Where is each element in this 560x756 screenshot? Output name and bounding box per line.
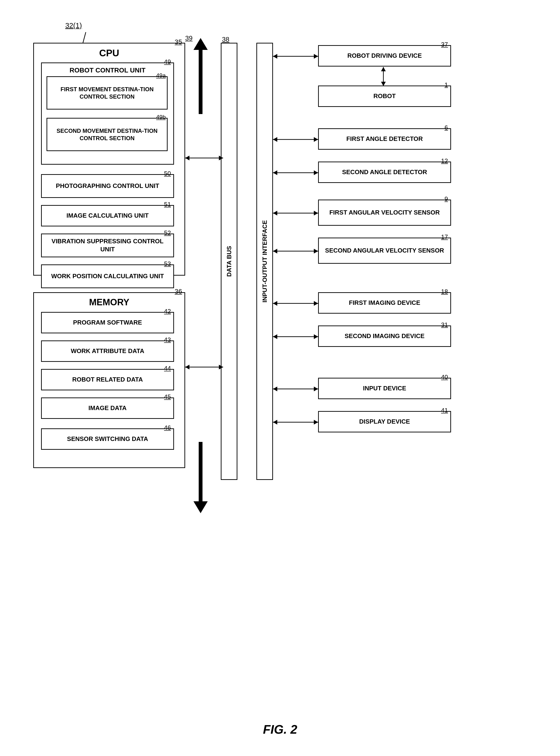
svg-marker-16 — [273, 170, 277, 175]
second-angular-velocity-box: SECOND ANGULAR VELOCITY SENSOR 17 — [318, 238, 451, 264]
svg-marker-2 — [219, 156, 223, 160]
image-calculating-box: IMAGE CALCULATING UNIT 51 — [41, 205, 174, 227]
input-output-label: INPUT-OUTPUT INTERFACE — [261, 220, 268, 303]
figure-label: FIG. 2 — [263, 722, 297, 737]
program-software-box: PROGRAM SOFTWARE 42 — [41, 312, 174, 333]
input-device-box: INPUT DEVICE 40 — [318, 378, 451, 399]
second-angular-velocity-label: SECOND ANGULAR VELOCITY SENSOR — [325, 247, 444, 255]
ref-12: 12 — [441, 157, 448, 165]
svg-marker-10 — [381, 67, 386, 71]
ref-46: 46 — [164, 424, 171, 432]
second-angle-label: SECOND ANGLE DETECTOR — [342, 168, 427, 176]
svg-marker-23 — [314, 249, 318, 253]
ref-17: 17 — [441, 233, 448, 241]
first-angle-label: FIRST ANGLE DETECTOR — [346, 135, 423, 143]
svg-marker-32 — [314, 387, 318, 391]
program-software-label: PROGRAM SOFTWARE — [73, 318, 142, 327]
work-position-label: WORK POSITION CALCULATING UNIT — [51, 272, 164, 280]
ref-50: 50 — [164, 170, 171, 178]
work-attribute-box: WORK ATTRIBUTE DATA 43 — [41, 341, 174, 362]
svg-marker-13 — [273, 137, 277, 142]
first-imaging-arrow — [273, 300, 318, 307]
ref-36: 36 — [175, 288, 182, 295]
robot-related-label: ROBOT RELATED DATA — [72, 375, 143, 384]
svg-marker-17 — [314, 170, 318, 175]
svg-marker-11 — [381, 82, 386, 86]
ref-40: 40 — [441, 373, 448, 381]
ref-49: 49 — [164, 58, 171, 66]
sensor-switching-label: SENSOR SWITCHING DATA — [67, 435, 148, 443]
first-movement-box: FIRST MOVEMENT DESTINA-TION CONTROL SECT… — [46, 76, 167, 110]
svg-marker-19 — [273, 211, 277, 215]
ref-9: 9 — [445, 195, 448, 203]
svg-marker-4 — [185, 365, 189, 369]
work-attribute-label: WORK ATTRIBUTE DATA — [71, 347, 144, 355]
robot-control-unit-box: ROBOT CONTROL UNIT 49 FIRST MOVEMENT DES… — [41, 62, 174, 164]
second-imaging-label: SECOND IMAGING DEVICE — [345, 332, 425, 340]
ref-6: 6 — [445, 124, 448, 132]
svg-marker-14 — [314, 137, 318, 142]
cpu-databus-arrow — [185, 154, 223, 161]
first-angle-arrow — [273, 136, 318, 143]
svg-marker-20 — [314, 211, 318, 215]
ref-51: 51 — [164, 200, 171, 209]
first-angular-velocity-box: FIRST ANGULAR VELOCITY SENSOR 9 — [318, 199, 451, 226]
robot-driving-label: ROBOT DRIVING DEVICE — [347, 52, 422, 60]
input-output-bar: INPUT-OUTPUT INTERFACE — [256, 43, 273, 480]
ref-41: 41 — [441, 407, 448, 414]
svg-marker-22 — [273, 249, 277, 253]
data-bus-label: DATA BUS — [225, 246, 233, 277]
ref-52: 52 — [164, 229, 171, 237]
second-movement-box: SECOND MOVEMENT DESTINA-TION CONTROL SEC… — [46, 118, 167, 151]
image-data-label: IMAGE DATA — [88, 404, 127, 412]
ref-31: 31 — [441, 321, 448, 329]
svg-marker-1 — [185, 156, 189, 160]
ref-37: 37 — [441, 41, 448, 49]
second-movement-label: SECOND MOVEMENT DESTINA-TION CONTROL SEC… — [49, 127, 165, 142]
robot-driving-robot-arrow — [380, 67, 387, 86]
vibration-label: VIBRATION SUPPRESSING CONTROL UNIT — [44, 237, 172, 253]
display-device-box: DISPLAY DEVICE 41 — [318, 411, 451, 432]
first-angular-velocity-label: FIRST ANGULAR VELOCITY SENSOR — [329, 209, 440, 217]
svg-marker-34 — [273, 420, 277, 425]
first-imaging-box: FIRST IMAGING DEVICE 18 — [318, 292, 451, 314]
robot-driving-box: ROBOT DRIVING DEVICE 37 — [318, 45, 451, 66]
work-position-box: WORK POSITION CALCULATING UNIT 53 — [41, 265, 174, 288]
arrow-down-bus — [194, 442, 208, 513]
diagram-container: 32(1) CPU 35 ROBOT CONTROL UNIT 49 FIRST… — [14, 14, 546, 741]
arrow-up-39 — [194, 38, 208, 114]
image-data-box: IMAGE DATA 45 — [41, 398, 174, 419]
robot-related-box: ROBOT RELATED DATA 44 — [41, 369, 174, 390]
input-device-label: INPUT DEVICE — [363, 384, 406, 392]
photographing-control-box: PHOTOGRAPHING CONTROL UNIT 50 — [41, 174, 174, 198]
first-angular-arrow — [273, 210, 318, 217]
ref-44: 44 — [164, 365, 171, 372]
svg-marker-26 — [314, 301, 318, 306]
display-device-arrow — [273, 419, 318, 426]
cpu-label: CPU — [99, 48, 119, 58]
ref-32-1: 32(1) — [65, 21, 82, 30]
robot-control-label: ROBOT CONTROL UNIT — [69, 66, 145, 75]
sensor-switching-box: SENSOR SWITCHING DATA 46 — [41, 428, 174, 450]
robot-driving-arrow — [273, 53, 318, 60]
second-imaging-arrow — [273, 333, 318, 340]
ref-38: 38 — [222, 36, 229, 43]
memory-label: MEMORY — [89, 297, 129, 307]
memory-outer-box: MEMORY 36 PROGRAM SOFTWARE 42 WORK ATTRI… — [33, 292, 185, 468]
ref-18: 18 — [441, 288, 448, 296]
ref-49a: 49a — [156, 72, 166, 79]
ref-49b: 49b — [156, 113, 166, 121]
second-angle-box: SECOND ANGLE DETECTOR 12 — [318, 161, 451, 183]
ref-43: 43 — [164, 336, 171, 344]
display-device-label: DISPLAY DEVICE — [359, 418, 410, 426]
ref-1: 1 — [445, 81, 448, 89]
ref-35: 35 — [175, 38, 182, 46]
robot-label: ROBOT — [374, 92, 396, 100]
svg-marker-7 — [273, 54, 277, 59]
second-angle-arrow — [273, 169, 318, 176]
input-device-arrow — [273, 385, 318, 392]
cpu-outer-box: CPU 35 ROBOT CONTROL UNIT 49 FIRST MOVEM… — [33, 43, 185, 276]
first-angle-box: FIRST ANGLE DETECTOR 6 — [318, 128, 451, 150]
svg-marker-29 — [314, 334, 318, 339]
svg-marker-35 — [314, 420, 318, 425]
